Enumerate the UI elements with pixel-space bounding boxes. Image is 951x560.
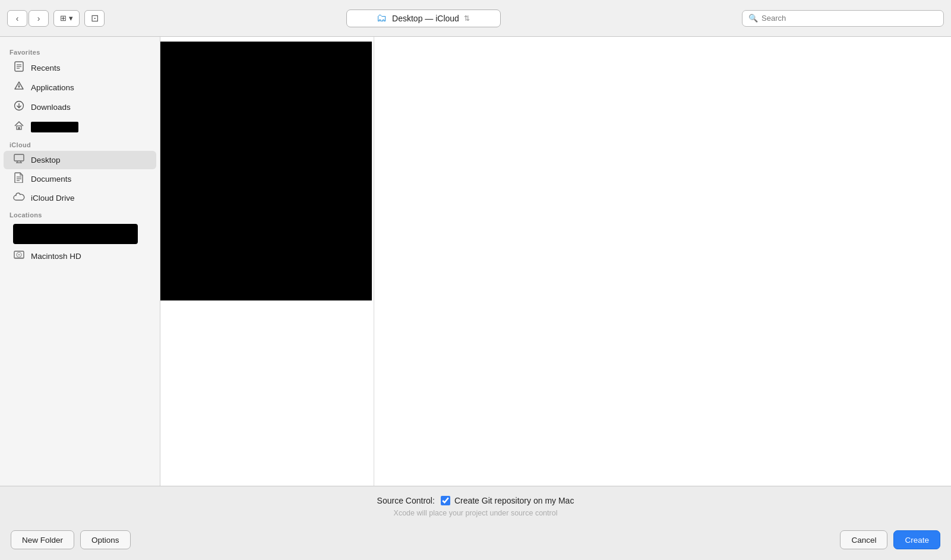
options-button[interactable]: Options — [80, 530, 131, 549]
file-preview-black — [160, 42, 372, 300]
cancel-button[interactable]: Cancel — [840, 530, 887, 549]
source-hint: Xcode will place your project under sour… — [0, 509, 951, 524]
sidebar-item-icloud-drive[interactable]: iCloud Drive — [4, 189, 156, 207]
toolbar: ‹ › ⊞ ▾ ⊡ 🗂 Desktop — iCloud ⇅ 🔍 — [0, 0, 951, 37]
icloud-drive-label: iCloud Drive — [31, 194, 75, 203]
sidebar-item-desktop[interactable]: Desktop — [4, 151, 156, 169]
home-label-redacted — [31, 122, 78, 132]
icloud-section-label: iCloud — [0, 137, 160, 151]
applications-icon — [13, 81, 25, 94]
git-checkbox-label[interactable]: Create Git repository on my Mac — [454, 496, 574, 505]
button-row: New Folder Options Cancel Create — [0, 524, 951, 560]
main-content: Favorites Recents Applications — [0, 37, 951, 486]
locations-redacted-bar — [13, 224, 138, 244]
search-input[interactable] — [762, 14, 937, 23]
svg-rect-10 — [18, 127, 20, 129]
sidebar-item-downloads[interactable]: Downloads — [4, 97, 156, 117]
svg-rect-11 — [14, 154, 24, 161]
forward-button[interactable]: › — [29, 10, 49, 27]
recents-label: Recents — [31, 64, 61, 72]
back-button[interactable]: ‹ — [7, 10, 27, 27]
recents-icon — [13, 61, 25, 75]
git-checkbox-wrapper: Create Git repository on my Mac — [441, 496, 574, 505]
view-button[interactable]: ⊞ ▾ — [53, 10, 80, 27]
macintosh-hd-icon — [13, 250, 25, 262]
search-icon: 🔍 — [748, 14, 758, 23]
nav-buttons: ‹ › — [7, 10, 49, 27]
location-chevron-icon: ⇅ — [464, 14, 470, 23]
file-preview-white — [160, 300, 372, 365]
new-folder-icon: ⊡ — [91, 12, 99, 24]
desktop-icon — [13, 154, 25, 166]
preview-pane — [374, 37, 951, 486]
sidebar-item-macintosh-hd[interactable]: Macintosh HD — [4, 247, 156, 265]
git-checkbox[interactable] — [441, 496, 450, 505]
bottom-bar: Source Control: Create Git repository on… — [0, 486, 951, 560]
svg-point-20 — [18, 254, 20, 255]
sidebar-item-documents[interactable]: Documents — [4, 169, 156, 189]
source-control-label: Source Control: — [377, 496, 435, 505]
macintosh-hd-label: Macintosh HD — [31, 252, 81, 261]
sidebar-item-recents[interactable]: Recents — [4, 58, 156, 78]
source-control-row: Source Control: Create Git repository on… — [0, 486, 951, 509]
view-icon: ⊞ — [60, 14, 67, 23]
documents-label: Documents — [31, 175, 71, 183]
favorites-section-label: Favorites — [0, 44, 160, 58]
sidebar-item-locations-redacted[interactable] — [4, 221, 156, 247]
sidebar: Favorites Recents Applications — [0, 37, 160, 486]
location-picker[interactable]: 🗂 Desktop — iCloud ⇅ — [346, 10, 501, 27]
documents-icon — [13, 172, 25, 186]
file-columns — [160, 37, 951, 486]
icloud-drive-icon — [13, 192, 25, 204]
downloads-label: Downloads — [31, 103, 71, 112]
search-box: 🔍 — [742, 10, 944, 27]
folder-icon: 🗂 — [377, 12, 387, 24]
location-text: Desktop — iCloud — [392, 14, 459, 23]
sidebar-item-applications[interactable]: Applications — [4, 78, 156, 97]
file-area — [160, 37, 951, 486]
create-button[interactable]: Create — [893, 530, 940, 549]
new-folder-toolbar-button[interactable]: ⊡ — [84, 10, 105, 27]
downloads-icon — [13, 100, 25, 114]
applications-label: Applications — [31, 83, 74, 92]
sidebar-item-home[interactable] — [4, 117, 156, 137]
home-icon — [13, 120, 25, 134]
locations-section-label: Locations — [0, 207, 160, 221]
desktop-label: Desktop — [31, 156, 61, 164]
column-pane-desktop[interactable] — [160, 37, 374, 486]
new-folder-button[interactable]: New Folder — [11, 530, 74, 549]
view-chevron-icon: ▾ — [69, 14, 73, 23]
